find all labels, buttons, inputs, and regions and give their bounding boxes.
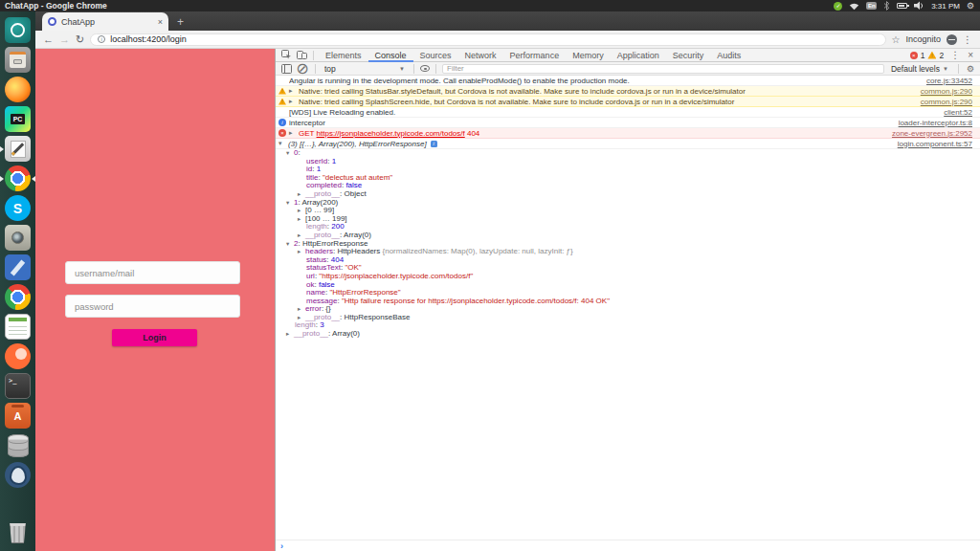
expand-arrow-icon[interactable]: ▸: [289, 87, 296, 95]
warning-badge-icon[interactable]: !: [927, 52, 936, 59]
launcher-item-terminal[interactable]: >_: [0, 371, 35, 401]
launcher-item-screenshot[interactable]: [0, 223, 35, 253]
tree-expand-arrow-icon[interactable]: ▸: [298, 207, 305, 215]
launcher-item-ubuntu[interactable]: [0, 15, 35, 45]
launcher-item-vscode[interactable]: [0, 253, 35, 282]
browser-tab[interactable]: ChatApp ×: [42, 12, 168, 31]
devtools-tab-audits[interactable]: Audits: [710, 49, 747, 62]
inspect-element-icon[interactable]: [279, 50, 293, 61]
launcher-item-firefox[interactable]: [0, 75, 35, 104]
tree-expand-arrow-icon[interactable]: ▾: [286, 149, 294, 158]
tree-expand-arrow-icon[interactable]: ▸: [298, 190, 305, 199]
session-gear-icon[interactable]: ⚙: [967, 2, 974, 11]
source-link[interactable]: core.js:33452: [926, 77, 972, 85]
tree-expand-arrow-icon[interactable]: ▸: [286, 330, 294, 339]
refresh-button[interactable]: ↻: [76, 32, 84, 47]
devtools-tab-memory[interactable]: Memory: [566, 49, 611, 62]
tree-expand-arrow-icon[interactable]: ▸: [298, 248, 305, 256]
tree-expand-arrow-icon[interactable]: ▸: [298, 231, 305, 240]
live-expression-eye-icon[interactable]: [420, 65, 430, 72]
source-link[interactable]: common.js:290: [921, 87, 972, 96]
console-filter-input[interactable]: [442, 64, 884, 74]
forward-button[interactable]: →: [59, 32, 70, 47]
battery-icon[interactable]: [897, 3, 907, 9]
expand-arrow-icon[interactable]: ▸: [289, 98, 296, 105]
tree-expand-arrow-icon[interactable]: ▾: [286, 199, 294, 208]
launcher-item-postman[interactable]: [0, 342, 35, 371]
login-button[interactable]: Login: [112, 329, 197, 346]
launcher-item-chromium[interactable]: [0, 282, 35, 312]
username-input[interactable]: [65, 261, 240, 284]
tree-token: userId: [306, 158, 327, 165]
launcher-item-pycharm[interactable]: [0, 104, 35, 134]
clock[interactable]: 3:31 PM: [931, 2, 960, 11]
source-link[interactable]: login.component.ts:57: [898, 140, 972, 148]
console-tree-line: title: "delectus aut autem": [276, 174, 980, 183]
bluetooth-icon[interactable]: [883, 0, 890, 14]
console-message: (3) [{…}, Array(200), HttpErrorResponse]…: [288, 140, 895, 148]
devtools-menu-icon[interactable]: ⋮: [947, 50, 963, 60]
back-button[interactable]: ←: [43, 32, 54, 47]
source-link[interactable]: loader-interceptor.ts:8: [899, 119, 972, 127]
clear-console-icon[interactable]: ⊘: [296, 63, 309, 75]
tree-expand-arrow-icon[interactable]: ▸: [298, 314, 305, 322]
devtools-tab-console[interactable]: Console: [368, 49, 413, 62]
devtools-close-icon[interactable]: ×: [965, 50, 976, 60]
launcher-item-chrome[interactable]: [0, 164, 35, 193]
launcher-item-skype[interactable]: S: [0, 193, 35, 223]
message-segment[interactable]: https://jsonplaceholder.typicode.com/tod…: [317, 129, 465, 138]
launcher-item-gedit[interactable]: [0, 134, 35, 164]
devtools-tab-sources[interactable]: Sources: [413, 49, 458, 62]
tree-token: 200: [331, 223, 344, 231]
launcher-item-postgresql[interactable]: [0, 460, 35, 490]
source-link[interactable]: client:52: [944, 108, 972, 117]
devtools-tab-performance[interactable]: Performance: [503, 49, 567, 62]
address-bar[interactable]: i localhost:4200/login: [90, 33, 885, 46]
chrome-menu-icon[interactable]: ⋮: [963, 34, 972, 45]
devtools-panel: ElementsConsoleSourcesNetworkPerformance…: [275, 49, 980, 551]
console-tree-line: id: 1: [276, 165, 980, 174]
launcher-item-anaconda[interactable]: A: [0, 401, 35, 430]
launcher-item-files[interactable]: [0, 45, 35, 75]
tree-token: url: [306, 273, 315, 280]
console-message: Native: tried calling StatusBar.styleDef…: [299, 87, 918, 96]
devtools-tab-security[interactable]: Security: [666, 49, 711, 62]
tree-expand-arrow-icon[interactable]: ▸: [298, 215, 305, 224]
bookmark-star-icon[interactable]: ☆: [892, 34, 901, 45]
console-prompt[interactable]: ›: [276, 540, 980, 551]
tree-expand-arrow-icon[interactable]: ▾: [286, 240, 294, 249]
tree-token: 404: [331, 256, 344, 264]
tree-token: 1: [332, 158, 336, 165]
console-sidebar-icon[interactable]: [279, 63, 293, 75]
tree-expand-arrow-icon[interactable]: ▸: [298, 305, 305, 314]
error-badge-icon[interactable]: ×: [910, 52, 918, 59]
console-context-selector[interactable]: top ▼: [322, 64, 408, 74]
message-segment: GET: [299, 129, 317, 138]
devtools-tab-network[interactable]: Network: [458, 49, 503, 62]
launcher-item-calc[interactable]: [0, 312, 35, 342]
password-input[interactable]: [65, 295, 240, 318]
console-settings-gear-icon[interactable]: ⚙: [965, 64, 976, 74]
url-text[interactable]: localhost:4200/login: [110, 34, 187, 44]
update-status-icon[interactable]: ✓: [834, 2, 842, 11]
volume-icon[interactable]: [914, 0, 924, 14]
source-link[interactable]: zone-evergreen.js:2952: [892, 129, 972, 138]
site-info-icon[interactable]: i: [98, 35, 105, 43]
tab-title: ChatApp: [61, 17, 153, 27]
console-tree-line: ▸[0 … 99]: [276, 207, 980, 215]
expand-arrow-icon[interactable]: ▾: [278, 140, 285, 147]
source-link[interactable]: common.js:290: [921, 98, 972, 106]
wifi-icon[interactable]: [849, 0, 859, 14]
devtools-badges: × 1 ! 2: [910, 51, 946, 60]
new-tab-button[interactable]: +: [177, 13, 184, 31]
tree-token: "Http failure response for https://jsonp…: [342, 298, 610, 305]
devtools-tab-elements[interactable]: Elements: [319, 49, 368, 62]
launcher-item-database[interactable]: [0, 430, 35, 460]
devtools-tab-application[interactable]: Application: [611, 49, 666, 62]
expand-arrow-icon[interactable]: ▸: [289, 129, 296, 137]
tab-close-icon[interactable]: ×: [158, 17, 163, 27]
log-levels-selector[interactable]: Default levels ▼: [887, 64, 952, 74]
console-toolbar: ⊘ top ▼ Default levels ▼ ⚙: [276, 62, 980, 76]
launcher-item-trash[interactable]: [0, 518, 35, 548]
keyboard-layout-indicator[interactable]: En: [866, 2, 877, 10]
